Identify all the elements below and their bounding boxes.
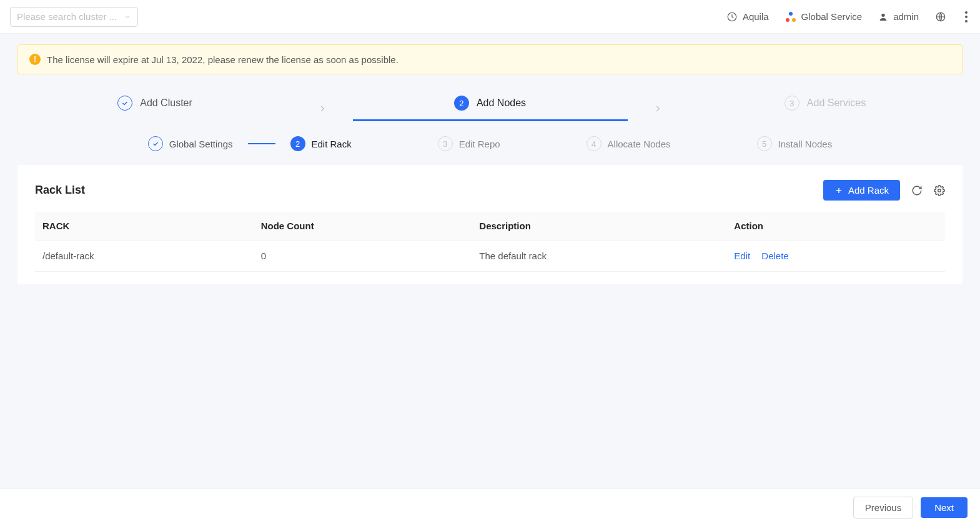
nav-aquila-label: Aquila — [743, 11, 769, 22]
sub-step-label: Edit Repo — [459, 139, 500, 149]
top-bar: Please search cluster ... Aquila Global … — [0, 0, 980, 34]
globe-icon — [935, 11, 946, 22]
search-placeholder: Please search cluster ... — [17, 11, 117, 22]
gear-icon — [934, 185, 945, 196]
sub-step-edit-rack[interactable]: 2 Edit Rack — [290, 136, 352, 151]
col-action: Action — [726, 212, 945, 241]
refresh-icon — [911, 185, 923, 196]
more-menu-button[interactable] — [963, 9, 970, 25]
kebab-dot-icon — [965, 20, 968, 22]
major-step-label: Add Cluster — [140, 97, 192, 109]
sub-step-global-settings[interactable]: Global Settings — [148, 136, 233, 151]
check-icon — [148, 136, 163, 151]
sub-step-label: Install Nodes — [778, 139, 833, 149]
license-alert: ! The license will expire at Jul 13, 202… — [17, 44, 963, 74]
major-step-add-services[interactable]: 3 Add Services — [688, 96, 963, 121]
step-number-icon: 2 — [290, 136, 305, 151]
rack-table: RACK Node Count Description Action /defa… — [35, 212, 945, 272]
svg-point-5 — [938, 189, 941, 192]
major-steps: Add Cluster 2 Add Nodes 3 Add Services — [17, 88, 963, 121]
chevron-right-icon — [317, 103, 328, 114]
cell-rack: /default-rack — [35, 241, 254, 272]
nav-user[interactable]: admin — [878, 11, 919, 22]
cell-description: The default rack — [472, 241, 726, 272]
kebab-dot-icon — [965, 16, 968, 18]
major-step-label: Add Nodes — [477, 97, 526, 109]
chevron-right-icon — [653, 103, 663, 114]
step-number-icon: 2 — [454, 96, 469, 111]
warning-icon: ! — [29, 54, 41, 65]
kebab-dot-icon — [965, 11, 968, 14]
step-number-icon: 5 — [757, 136, 772, 151]
nav-language[interactable] — [935, 11, 946, 22]
step-number-icon: 3 — [784, 96, 799, 111]
major-step-add-nodes[interactable]: 2 Add Nodes — [353, 96, 628, 121]
next-button[interactable]: Next — [921, 497, 968, 518]
step-number-icon: 4 — [587, 136, 601, 151]
settings-button[interactable] — [934, 185, 945, 196]
sub-step-install-nodes[interactable]: 5 Install Nodes — [757, 136, 833, 151]
sub-step-allocate-nodes[interactable]: 4 Allocate Nodes — [587, 136, 671, 151]
previous-button[interactable]: Previous — [853, 497, 913, 519]
delete-link[interactable]: Delete — [761, 251, 788, 261]
sub-step-edit-repo[interactable]: 3 Edit Repo — [438, 136, 500, 151]
cell-action: Edit Delete — [726, 241, 945, 272]
nav-user-label: admin — [893, 11, 919, 22]
user-icon — [878, 12, 888, 22]
footer-bar: Previous Next — [0, 489, 980, 526]
svg-point-1 — [881, 13, 884, 16]
alert-text: The license will expire at Jul 13, 2022,… — [47, 54, 398, 65]
cell-node-count: 0 — [254, 241, 472, 272]
nav-global-service[interactable]: Global Service — [785, 11, 863, 22]
major-step-add-cluster[interactable]: Add Cluster — [17, 96, 292, 121]
check-icon — [117, 96, 132, 111]
add-rack-label: Add Rack — [848, 185, 889, 196]
sub-step-label: Allocate Nodes — [608, 139, 671, 149]
major-step-label: Add Services — [807, 97, 866, 109]
nav-aquila[interactable]: Aquila — [726, 11, 769, 22]
top-nav: Aquila Global Service admin — [726, 9, 970, 25]
col-rack: RACK — [35, 212, 254, 241]
step-number-icon: 3 — [438, 136, 453, 151]
sub-step-label: Global Settings — [169, 139, 233, 149]
nav-global-service-label: Global Service — [801, 11, 863, 22]
sub-steps: Global Settings 2 Edit Rack 3 Edit Repo … — [17, 121, 963, 165]
sub-step-label: Edit Rack — [312, 139, 352, 149]
card-header: Rack List Add Rack — [35, 180, 945, 201]
cluster-search-select[interactable]: Please search cluster ... — [10, 7, 138, 27]
plus-icon — [834, 186, 843, 195]
card-actions: Add Rack — [823, 180, 945, 201]
rack-list-card: Rack List Add Rack RACK Node Count — [17, 165, 963, 284]
step-connector — [248, 143, 275, 144]
page-body: ! The license will expire at Jul 13, 202… — [0, 34, 980, 489]
refresh-button[interactable] — [911, 185, 923, 196]
aquila-icon — [726, 11, 738, 22]
table-header-row: RACK Node Count Description Action — [35, 212, 945, 241]
global-service-icon — [785, 11, 796, 22]
card-title: Rack List — [35, 184, 85, 197]
chevron-down-icon — [124, 13, 131, 21]
col-description: Description — [472, 212, 726, 241]
col-node-count: Node Count — [254, 212, 472, 241]
edit-link[interactable]: Edit — [734, 251, 750, 261]
table-row: /default-rack 0 The default rack Edit De… — [35, 241, 945, 272]
add-rack-button[interactable]: Add Rack — [823, 180, 900, 201]
